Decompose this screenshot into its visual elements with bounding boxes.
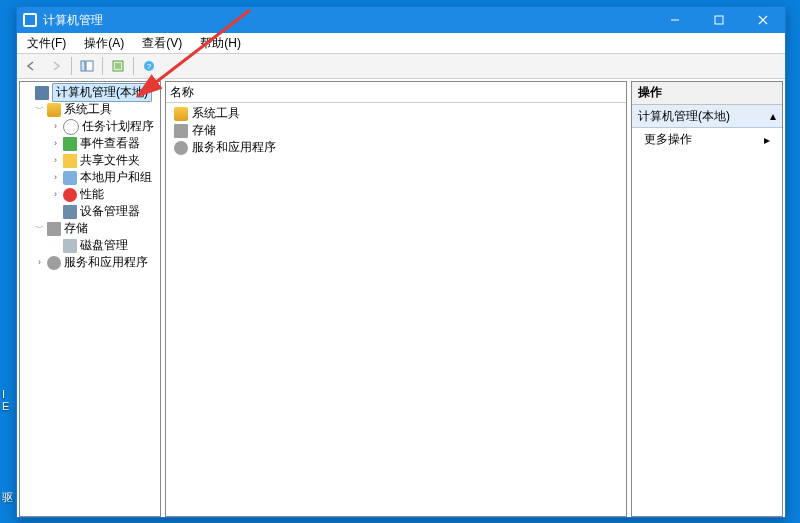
tree-label: 存储 [64,220,88,237]
help-button[interactable]: ? [137,55,161,77]
tree-performance[interactable]: › 性能 [20,186,160,203]
action-label: 更多操作 [644,131,692,148]
expand-icon[interactable]: › [50,121,61,132]
storage-icon [174,124,188,138]
list-pane[interactable]: 名称 系统工具 存储 服务和应用程序 [165,81,627,517]
maximize-button[interactable] [697,7,741,33]
tree-event-viewer[interactable]: › 事件查看器 [20,135,160,152]
tree-device-manager[interactable]: 设备管理器 [20,203,160,220]
list-item-storage[interactable]: 存储 [166,122,626,139]
svg-text:?: ? [147,62,152,71]
tree-label: 任务计划程序 [82,118,154,135]
tree-system-tools[interactable]: ﹀ 系统工具 [20,101,160,118]
tree-task-scheduler[interactable]: › 任务计划程序 [20,118,160,135]
tree-label: 服务和应用程序 [64,254,148,271]
tree-label: 设备管理器 [80,203,140,220]
tree-label: 性能 [80,186,104,203]
forward-button[interactable] [44,55,68,77]
tree-label: 磁盘管理 [80,237,128,254]
tree-label: 事件查看器 [80,135,140,152]
action-more-actions[interactable]: 更多操作 ▸ [632,128,782,151]
actions-context-label: 计算机管理(本地) [638,108,730,125]
desktop-text-fragment: 驱 [2,490,13,505]
minimize-button[interactable] [653,7,697,33]
svg-rect-1 [715,16,723,24]
app-icon [23,13,37,27]
expand-icon[interactable]: › [50,138,61,149]
menu-file[interactable]: 文件(F) [21,34,72,53]
desktop-text-fragment: I [2,388,5,400]
tree-root-computer-management[interactable]: 计算机管理(本地) [20,84,160,101]
menu-action[interactable]: 操作(A) [78,34,130,53]
submenu-arrow-icon: ▸ [764,133,770,147]
svg-rect-5 [86,61,93,71]
expand-icon[interactable]: › [50,189,61,200]
shared-folder-icon [63,154,77,168]
titlebar[interactable]: 计算机管理 [17,7,785,33]
expand-icon[interactable]: › [34,257,45,268]
performance-icon [63,188,77,202]
desktop-text-fragment: E [2,400,9,412]
back-button[interactable] [19,55,43,77]
computer-management-window: 计算机管理 文件(F) 操作(A) 查看(V) 帮助(H) ? [16,6,786,518]
window-title: 计算机管理 [43,12,103,29]
menu-view[interactable]: 查看(V) [136,34,188,53]
collapse-icon[interactable]: ﹀ [34,223,45,234]
list-item-label: 服务和应用程序 [192,139,276,156]
collapse-arrow-icon: ▴ [770,109,776,123]
properties-button[interactable] [106,55,130,77]
list-item-services-apps[interactable]: 服务和应用程序 [166,139,626,156]
tools-icon [174,107,188,121]
services-icon [47,256,61,270]
collapse-icon[interactable]: ﹀ [34,104,45,115]
users-icon [63,171,77,185]
actions-context[interactable]: 计算机管理(本地) ▴ [632,105,782,128]
tree-shared-folders[interactable]: › 共享文件夹 [20,152,160,169]
tree-label: 本地用户和组 [80,169,152,186]
tree-pane[interactable]: 计算机管理(本地) ﹀ 系统工具 › 任务计划程序 › [19,81,161,517]
services-icon [174,141,188,155]
actions-header: 操作 [632,82,782,105]
tree-local-users-groups[interactable]: › 本地用户和组 [20,169,160,186]
expand-icon[interactable]: › [50,155,61,166]
tree-label: 共享文件夹 [80,152,140,169]
menubar: 文件(F) 操作(A) 查看(V) 帮助(H) [17,33,785,54]
toolbar: ? [17,54,785,79]
clock-icon [63,119,79,135]
list-item-label: 系统工具 [192,105,240,122]
actions-pane: 操作 计算机管理(本地) ▴ 更多操作 ▸ [631,81,783,517]
menu-help[interactable]: 帮助(H) [194,34,247,53]
computer-icon [35,86,49,100]
close-button[interactable] [741,7,785,33]
disk-icon [63,239,77,253]
tree-label: 系统工具 [64,101,112,118]
svg-rect-4 [81,61,85,71]
list-item-system-tools[interactable]: 系统工具 [166,105,626,122]
expand-icon[interactable]: › [50,172,61,183]
device-icon [63,205,77,219]
storage-icon [47,222,61,236]
tools-icon [47,103,61,117]
list-item-label: 存储 [192,122,216,139]
tree-disk-management[interactable]: 磁盘管理 [20,237,160,254]
event-icon [63,137,77,151]
tree-services-apps[interactable]: › 服务和应用程序 [20,254,160,271]
list-header-name[interactable]: 名称 [166,82,626,103]
tree-label: 计算机管理(本地) [52,83,152,102]
show-hide-tree-button[interactable] [75,55,99,77]
tree-storage[interactable]: ﹀ 存储 [20,220,160,237]
